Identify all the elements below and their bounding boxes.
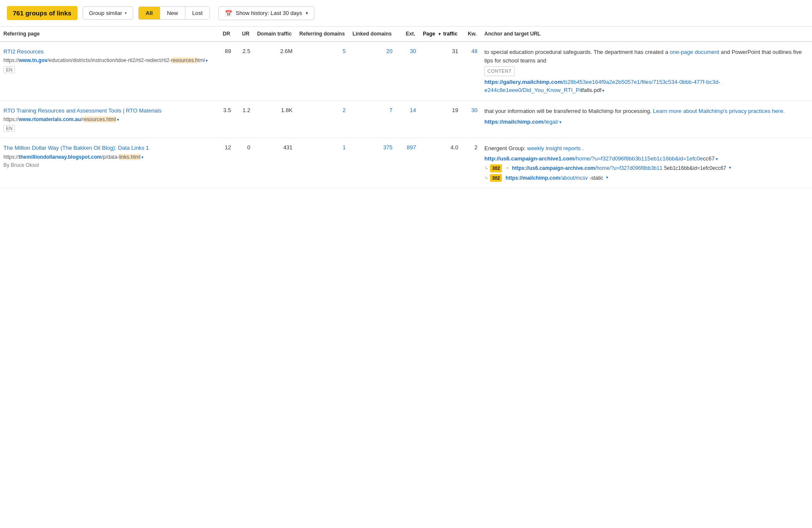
linked-domains-cell: 375 [349, 138, 396, 188]
ext-cell: 30 [396, 42, 419, 101]
url-dropdown-icon[interactable]: ▾ [729, 164, 731, 171]
url-dropdown-icon[interactable]: ▾ [716, 156, 718, 162]
table-row: The Million Dollar Way (The Bakken Oil B… [0, 138, 812, 188]
history-button[interactable]: 📅 Show history: Last 30 days ▾ [218, 6, 314, 20]
linked-domains-cell: 7 [349, 101, 396, 138]
links-table-container: Referring page DR UR Domain traffic Refe… [0, 27, 812, 188]
referring-domains-cell: 2 [296, 101, 349, 138]
url-dropdown-icon[interactable]: ▾ [559, 119, 561, 125]
lang-badge: EN [3, 66, 15, 73]
url-dropdown-icon[interactable]: ▾ [141, 154, 143, 160]
referring-domains-cell: 1 [296, 138, 349, 188]
groups-count-badge: 761 groups of links [7, 6, 78, 20]
history-label: Show history: Last 30 days [236, 10, 302, 16]
referring-domains-cell: 5 [296, 42, 349, 101]
lang-badge: EN [3, 125, 15, 132]
col-header-ur: UR [234, 27, 254, 42]
redirect-badge: 302 [490, 164, 502, 172]
page-traffic-cell: 19 [419, 101, 462, 138]
url-dropdown-icon[interactable]: ▾ [602, 87, 604, 94]
filter-lost-tab[interactable]: Lost [185, 7, 210, 19]
group-similar-label: Group similar [89, 10, 122, 16]
anchor-cell: to special education procedural safeguar… [481, 42, 812, 101]
domain-traffic-cell: 1.8K [254, 101, 296, 138]
redirect-arrow-icon: → [505, 164, 509, 172]
redirect-badge: 302 [490, 174, 502, 182]
url-dropdown-icon[interactable]: ▾ [606, 174, 608, 181]
chevron-down-icon: ▾ [125, 11, 127, 15]
referring-page-cell: RTI2 Resources https://www.tn.gov/educat… [0, 42, 215, 101]
page-title-link[interactable]: RTO Training Resources and Assessment To… [3, 107, 161, 114]
filter-new-tab[interactable]: New [160, 7, 185, 19]
col-header-ext[interactable]: Ext. [396, 27, 419, 42]
url-dropdown-icon[interactable]: ▾ [206, 58, 208, 64]
table-row: RTI2 Resources https://www.tn.gov/educat… [0, 42, 812, 101]
chevron-down-icon: ▾ [306, 11, 308, 15]
col-header-anchor-url: Anchor and target URL [481, 27, 812, 42]
links-table: Referring page DR UR Domain traffic Refe… [0, 27, 812, 188]
author-text: By Bruce Oksol [3, 162, 212, 168]
col-header-linked-domains[interactable]: Linked domains [349, 27, 396, 42]
dr-cell: 89 [215, 42, 234, 101]
toolbar: 761 groups of links Group similar ▾ All … [0, 0, 812, 27]
group-similar-button[interactable]: Group similar ▾ [83, 6, 133, 20]
page-url: https://www.tn.gov/education/districts/i… [3, 57, 212, 64]
ext-cell: 897 [396, 138, 419, 188]
page-url: https://www.rtomaterials.com.au/resource… [3, 116, 212, 123]
kw-cell: 30 [462, 101, 481, 138]
table-row: RTO Training Resources and Assessment To… [0, 101, 812, 138]
domain-traffic-cell: 2.6M [254, 42, 296, 101]
col-header-referring-page: Referring page [0, 27, 215, 42]
redirect-row-1: ↳ 302 → https://us6.campaign-archive.com… [484, 164, 809, 172]
redirect-row-2: ↳ 302 https://mailchimp.com/about/mcsv-s… [484, 174, 809, 182]
page-url: https://themilliondollarway.blogspot.com… [3, 154, 212, 161]
col-header-domain-traffic[interactable]: Domain traffic [254, 27, 296, 42]
page-traffic-cell: 31 [419, 42, 462, 101]
referring-page-cell: The Million Dollar Way (The Bakken Oil B… [0, 138, 215, 188]
filter-all-tab[interactable]: All [139, 7, 160, 19]
domain-traffic-cell: 431 [254, 138, 296, 188]
col-header-page-traffic[interactable]: Page ▼ traffic [419, 27, 462, 42]
linked-domains-cell: 20 [349, 42, 396, 101]
url-dropdown-icon[interactable]: ▾ [117, 117, 119, 123]
calendar-icon: 📅 [225, 10, 232, 17]
ur-cell: 1.2 [234, 101, 254, 138]
anchor-cell: Energent Group: weekly insight reports .… [481, 138, 812, 188]
col-header-referring-domains[interactable]: Referring domains [296, 27, 349, 42]
page-traffic-cell: 4.0 [419, 138, 462, 188]
dr-cell: 3.5 [215, 101, 234, 138]
page-title-link[interactable]: RTI2 Resources [3, 48, 44, 55]
referring-page-cell: RTO Training Resources and Assessment To… [0, 101, 215, 138]
ur-cell: 2.5 [234, 42, 254, 101]
ur-cell: 0 [234, 138, 254, 188]
page-title-link[interactable]: The Million Dollar Way (The Bakken Oil B… [3, 145, 149, 151]
kw-cell: 48 [462, 42, 481, 101]
col-header-kw[interactable]: Kw. [462, 27, 481, 42]
dr-cell: 12 [215, 138, 234, 188]
filter-tabs: All New Lost [138, 6, 210, 20]
col-header-dr: DR [215, 27, 234, 42]
kw-cell: 2 [462, 138, 481, 188]
anchor-cell: that your information will be transferre… [481, 101, 812, 138]
ext-cell: 14 [396, 101, 419, 138]
